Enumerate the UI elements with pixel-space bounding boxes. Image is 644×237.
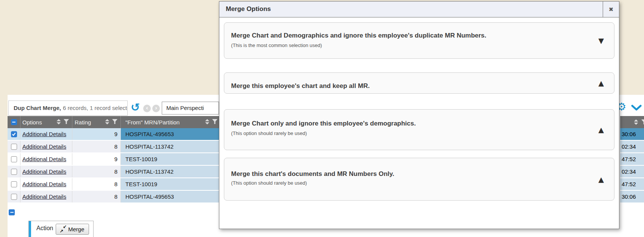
rating-cell: 8 (72, 191, 120, 202)
row-checkbox[interactable] (11, 181, 17, 187)
sort-icon[interactable] (205, 119, 209, 126)
additional-details-link[interactable]: Additional Details (22, 156, 66, 162)
table-row[interactable]: Additional Details 8 TEST-10019 (8, 178, 219, 191)
record-summary: 6 records, 1 record selected (63, 105, 128, 111)
merge-option-card-2[interactable]: Merge this employee's chart and keep all… (224, 72, 614, 94)
mrn-cell: TEST-10019 (120, 153, 219, 165)
app-root: Dup Chart Merge,6 records, 1 record sele… (0, 0, 644, 237)
time-cell: 02:34 (620, 166, 644, 178)
additional-details-link[interactable]: Additional Details (22, 143, 66, 150)
merge-option-card-3[interactable]: Merge Chart only and ignore this employe… (224, 109, 614, 150)
previous-page-button[interactable]: ‹ (143, 105, 151, 112)
additional-details-link[interactable]: Additional Details (22, 193, 66, 200)
dialog-titlebar: Merge Options ✖ (219, 2, 619, 17)
sort-icon[interactable] (634, 119, 638, 126)
time-cell: 02:34 (620, 141, 644, 153)
filter-icon[interactable] (64, 119, 69, 126)
grid-title: Dup Chart Merge, (14, 105, 61, 111)
perspective-dropdown[interactable]: Main Perspecti (162, 102, 219, 115)
merge-option-title: Merge this chart's documents and MR Numb… (231, 170, 394, 178)
row-checkbox[interactable] (11, 131, 17, 137)
select-all-checkbox[interactable] (11, 119, 17, 125)
table-header: Options Rating "From" MRN/Partition (8, 116, 219, 128)
action-accent-bar (29, 221, 31, 237)
table-row[interactable]: Additional Details 8 HOSPITAL-113742 (8, 166, 219, 178)
additional-details-link[interactable]: Additional Details (22, 181, 66, 187)
rating-cell: 8 (72, 178, 120, 190)
column-header-rating[interactable]: Rating (75, 119, 105, 126)
rating-cell: 8 (72, 141, 120, 152)
additional-details-link[interactable]: Additional Details (22, 168, 66, 175)
merge-option-subtitle: (This option should rarely be used) (231, 180, 307, 186)
chevron-down-icon[interactable] (631, 105, 642, 113)
merge-option-card-4[interactable]: Merge this chart's documents and MR Numb… (224, 158, 614, 201)
collapse-all-button[interactable] (9, 209, 15, 215)
table-row[interactable]: Additional Details 8 HOSPITAL-113742 (8, 141, 219, 153)
column-header-from-mrn[interactable]: "From" MRN/Partition (125, 119, 205, 126)
time-cell: 47:52 (620, 153, 644, 166)
expand-arrow-icon[interactable]: ▼ (598, 36, 604, 45)
close-icon[interactable]: ✖ (603, 2, 619, 17)
merge-option-subtitle: (This is the most common selection used) (231, 42, 322, 48)
table-row[interactable]: Additional Details 8 HOSPITAL-495653 (8, 191, 219, 203)
table-row[interactable]: Additional Details 9 TEST-10019 (8, 153, 219, 166)
action-label: Action (36, 225, 53, 232)
rating-cell: 8 (72, 166, 120, 177)
sort-icon[interactable] (56, 119, 61, 126)
mrn-cell: HOSPITAL-113742 (120, 141, 219, 152)
filter-icon[interactable] (212, 119, 217, 126)
column-header-options[interactable]: Options (22, 119, 56, 126)
merge-options-dialog: Merge Options ✖ Merge Chart and Demograp… (219, 1, 619, 229)
expand-arrow-icon[interactable]: ▲ (598, 175, 604, 184)
row-checkbox[interactable] (11, 169, 17, 175)
row-checkbox[interactable] (11, 194, 17, 200)
rating-cell: 9 (72, 128, 120, 140)
merge-option-title: Merge Chart only and ignore this employe… (231, 120, 416, 127)
mrn-cell: HOSPITAL-113742 (120, 166, 219, 177)
mrn-cell: TEST-10019 (120, 178, 219, 190)
time-cell: 30:06 (620, 191, 644, 203)
merge-option-title: Merge this employee's chart and keep all… (231, 82, 370, 90)
time-cell: 47:52 (620, 178, 644, 191)
expand-arrow-icon[interactable]: ▲ (598, 126, 604, 134)
merge-button-label: Merge (68, 226, 84, 232)
action-panel: Action ↙ ↗ Merge (28, 221, 94, 237)
filter-icon[interactable] (112, 119, 117, 126)
merge-icon: ↙ ↗ (60, 226, 66, 232)
refresh-icon[interactable]: ↺ (131, 100, 140, 115)
merge-button[interactable]: ↙ ↗ Merge (56, 224, 89, 235)
rating-cell: 9 (72, 153, 120, 165)
grid-title-box: Dup Chart Merge,6 records, 1 record sele… (8, 100, 128, 116)
additional-details-link[interactable]: Additional Details (22, 131, 66, 137)
table-header-right-fragment (620, 116, 644, 128)
merge-option-title: Merge Chart and Demographics and ignore … (231, 32, 486, 39)
mrn-cell: HOSPITAL-495653 (120, 191, 219, 202)
time-cell: 30:06 (620, 128, 644, 141)
next-page-button[interactable]: › (152, 105, 160, 112)
merge-option-card-1[interactable]: Merge Chart and Demographics and ignore … (224, 22, 614, 59)
merge-option-subtitle: (This option should rarely be used) (231, 130, 307, 136)
dialog-title: Merge Options (219, 2, 619, 17)
filter-icon[interactable] (641, 119, 644, 126)
row-checkbox[interactable] (11, 144, 17, 150)
expand-arrow-icon[interactable]: ▲ (598, 79, 604, 87)
mrn-cell: HOSPITAL-495653 (120, 128, 219, 140)
table-row[interactable]: Additional Details 9 HOSPITAL-495653 (8, 128, 219, 141)
row-checkbox[interactable] (11, 156, 17, 162)
sort-icon[interactable] (105, 119, 109, 126)
time-column-fragment: 30:06 02:34 47:52 02:34 47:52 30:06 (620, 128, 644, 203)
